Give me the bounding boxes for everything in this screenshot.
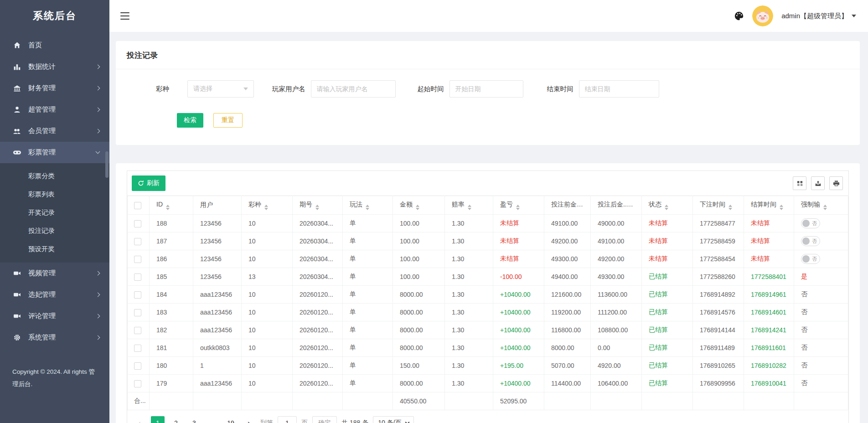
id-cell: 186 (150, 250, 193, 268)
users-icon (12, 127, 21, 135)
user-cell: 123456 (193, 232, 242, 250)
checkbox-cell (128, 339, 150, 357)
sidebar-subitem[interactable]: 彩票分类 (0, 167, 109, 185)
row-checkbox[interactable] (134, 380, 141, 387)
column-header: 结算时间 (744, 196, 794, 215)
next-page-button[interactable]: › (242, 416, 256, 423)
palette-icon[interactable] (734, 11, 744, 21)
reset-button[interactable]: 重置 (213, 113, 243, 128)
goto-page-input[interactable] (278, 416, 297, 423)
end-date-input[interactable] (579, 80, 659, 98)
column-header: 强制输 (794, 196, 848, 215)
sort-icon[interactable] (264, 205, 268, 210)
search-card: 投注记录 彩种 请选择 玩家用户名 起始时间 结束时间 (116, 41, 860, 145)
select-all-checkbox[interactable] (134, 202, 141, 209)
balance-before-cell: 5070.00 (544, 357, 591, 375)
search-button[interactable]: 检索 (177, 113, 203, 128)
summary-cell (193, 392, 242, 410)
page-numbers: 123...19 (151, 416, 238, 423)
player-username-input[interactable] (311, 80, 396, 98)
summary-cell (293, 392, 343, 410)
page-button-1[interactable]: 1 (151, 416, 165, 423)
refresh-button[interactable]: 刷新 (132, 175, 165, 191)
sidebar-item-4[interactable]: 会员管理 (0, 120, 109, 142)
sidebar-item-label: 选妃管理 (28, 290, 56, 299)
id-cell: 182 (150, 321, 193, 339)
confirm-button[interactable]: 确定 (312, 416, 337, 423)
user-avatar[interactable] (752, 5, 773, 26)
amount-cell: 8000.00 (393, 375, 445, 392)
print-icon[interactable] (829, 176, 843, 190)
sidebar-item-0[interactable]: 首页 (0, 35, 109, 56)
row-checkbox[interactable] (134, 309, 141, 316)
sidebar-subitem[interactable]: 投注记录 (0, 222, 109, 240)
sidebar-item-5[interactable]: 彩票管理 (0, 142, 109, 163)
sidebar-subitem[interactable]: 开奖记录 (0, 203, 109, 222)
row-checkbox[interactable] (134, 362, 141, 370)
lottery-cell: 10 (242, 339, 293, 357)
checkbox-cell (128, 232, 150, 250)
menu-toggle-icon[interactable] (120, 12, 129, 20)
chevron-icon (96, 129, 100, 134)
start-date-input[interactable] (450, 80, 523, 98)
app-title: 系统后台 (0, 0, 109, 32)
sidebar-item-9[interactable]: 系统管理 (0, 327, 109, 348)
sort-icon[interactable] (315, 205, 319, 210)
row-checkbox[interactable] (134, 291, 141, 299)
sort-icon[interactable] (585, 205, 589, 210)
lottery-cell: 10 (242, 375, 293, 392)
sidebar-item-6[interactable]: 视频管理 (0, 263, 109, 284)
force-lose-cell: 否 (794, 215, 848, 232)
columns-icon[interactable] (793, 176, 806, 190)
lottery-type-select[interactable]: 请选择 (187, 80, 254, 98)
sidebar-item-1[interactable]: 数据统计 (0, 56, 109, 77)
sort-icon[interactable] (728, 205, 732, 210)
export-icon[interactable] (811, 176, 825, 190)
column-header: 状态 (642, 196, 693, 215)
sort-icon[interactable] (665, 205, 668, 210)
id-cell: 184 (150, 286, 193, 304)
settle-time-cell: 1768914601 (744, 304, 794, 321)
status-cell: 已结算 (642, 339, 693, 357)
row-checkbox[interactable] (134, 256, 141, 263)
per-page-select[interactable]: 10 条/页 (373, 416, 413, 423)
sidebar-subitem[interactable]: 预设开奖 (0, 240, 109, 258)
column-header: ID (150, 196, 193, 215)
sidebar-item-7[interactable]: 选妃管理 (0, 284, 109, 305)
row-checkbox[interactable] (134, 238, 141, 245)
sort-icon[interactable] (516, 205, 520, 210)
row-checkbox[interactable] (134, 273, 141, 281)
settle-time-cell: 1768910041 (744, 375, 794, 392)
sidebar-item-8[interactable]: 评论管理 (0, 305, 109, 327)
sidebar-scrollbar[interactable] (105, 151, 108, 178)
user-menu[interactable]: admin【超级管理员】 (781, 12, 856, 21)
force-lose-toggle[interactable]: 否 (801, 236, 820, 246)
play-cell: 单 (343, 286, 393, 304)
sort-icon[interactable] (823, 205, 827, 210)
page-button-19[interactable]: 19 (224, 416, 238, 423)
sort-icon[interactable] (166, 205, 170, 210)
force-lose-toggle[interactable]: 否 (801, 218, 820, 228)
sort-icon[interactable] (366, 205, 369, 210)
issue-cell: 20260120... (293, 304, 343, 321)
sort-icon[interactable] (780, 205, 783, 210)
sidebar-item-2[interactable]: 财务管理 (0, 77, 109, 99)
force-lose-toggle[interactable]: 否 (801, 254, 820, 264)
home-icon (12, 41, 21, 49)
user-cell: outkk0803 (193, 339, 242, 357)
user-cell: aaa123456 (193, 375, 242, 392)
balance-after-cell: 49200.00 (591, 250, 642, 268)
page-button-2[interactable]: 2 (169, 416, 183, 423)
row-checkbox[interactable] (134, 327, 141, 334)
main-content: 投注记录 彩种 请选择 玩家用户名 起始时间 结束时间 (109, 32, 868, 423)
row-checkbox[interactable] (134, 220, 141, 227)
sort-icon[interactable] (468, 205, 471, 210)
page-button-3[interactable]: 3 (187, 416, 201, 423)
odds-cell: 1.30 (445, 286, 493, 304)
sort-icon[interactable] (416, 205, 419, 210)
sidebar-subitem[interactable]: 彩票列表 (0, 185, 109, 203)
odds-cell: 1.30 (445, 304, 493, 321)
prev-page-button[interactable]: ‹ (133, 416, 146, 423)
sidebar-item-3[interactable]: 超管管理 (0, 99, 109, 120)
row-checkbox[interactable] (134, 345, 141, 352)
